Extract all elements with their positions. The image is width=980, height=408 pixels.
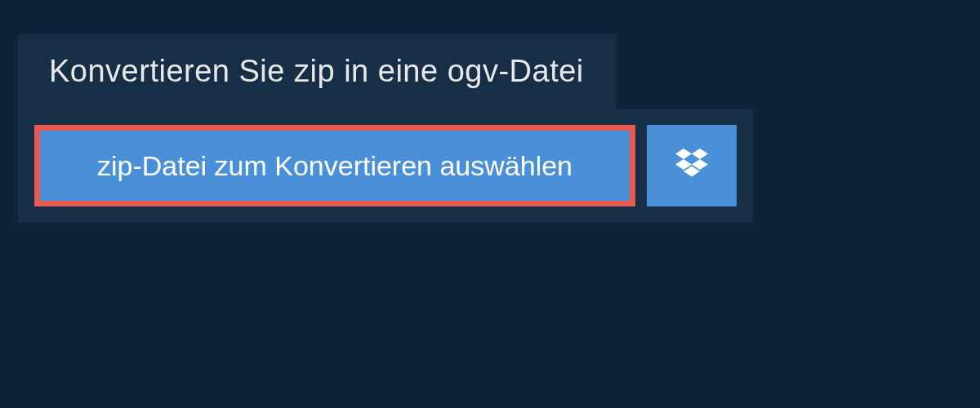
page-header: Konvertieren Sie zip in eine ogv-Datei [18,34,617,109]
select-file-label: zip-Datei zum Konvertieren auswählen [97,150,572,182]
dropbox-icon [675,149,708,183]
select-file-button[interactable]: zip-Datei zum Konvertieren auswählen [34,125,635,206]
dropbox-button[interactable] [647,125,737,206]
upload-panel: zip-Datei zum Konvertieren auswählen [18,109,753,223]
page-title: Konvertieren Sie zip in eine ogv-Datei [49,54,584,89]
